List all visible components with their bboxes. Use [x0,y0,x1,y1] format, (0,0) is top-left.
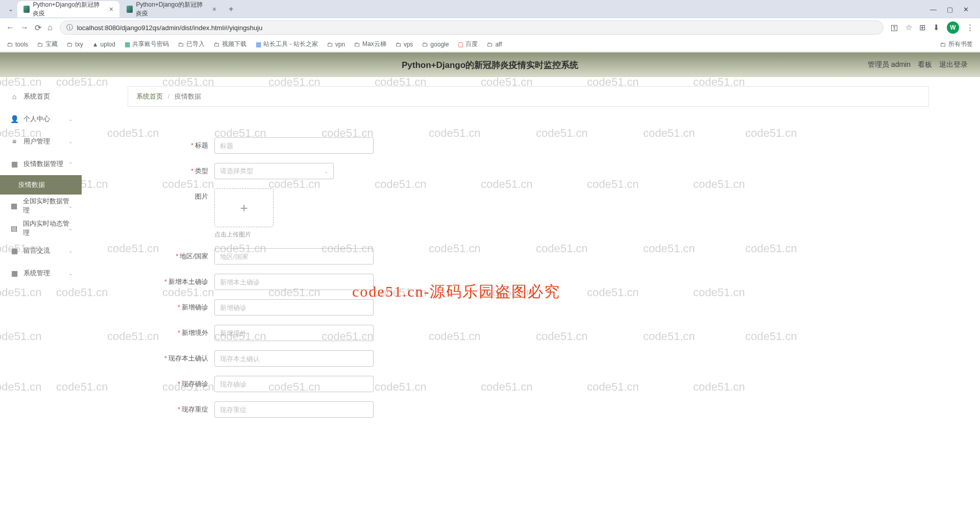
bookmark-item[interactable]: 🗀tools [7,41,28,48]
header-right: 管理员 admin 看板 退出登录 [868,60,968,69]
chevron-down-icon: ⌄ [68,248,72,254]
sidebar-item-epidemic-data[interactable]: ▦ 疫情数据管理 ⌃ [0,153,82,175]
grid-icon: ▦ [10,202,18,210]
sidebar-label: 系统首页 [23,92,50,101]
sidebar-item-system[interactable]: ▦ 系统管理 ⌄ [0,262,82,284]
input-title[interactable] [214,137,374,154]
grid-icon: ▦ [10,247,18,255]
url-text: localhost:8080/django912qs/admin/dist/in… [77,24,263,32]
sidebar-sub-epidemic-data[interactable]: 疫情数据 [0,175,82,195]
label-exist-confirm: *现存确诊 [153,376,214,392]
window-controls: — ▢ ✕ [930,6,976,13]
menu-icon[interactable]: ⋮ [966,23,974,32]
extensions-icon[interactable]: ⊞ [919,23,926,32]
sidebar-sub-label: 疫情数据 [18,180,45,189]
breadcrumb-home[interactable]: 系统首页 [136,92,163,100]
sidebar-item-national[interactable]: ▦ 全国实时数据管理 ⌄ [0,195,82,217]
label-exist-local: *现存本土确认 [153,350,214,367]
label-type: *类型 [153,163,214,179]
bookmark-item[interactable]: ▦共享账号密码 [125,40,169,49]
browser-tab-1[interactable]: Python+Django的新冠肺炎疫 × [120,1,223,17]
profile-avatar[interactable]: W [947,21,959,34]
new-tab-button[interactable]: + [224,5,238,14]
sidebar-item-home[interactable]: ⌂ 系统首页 [0,85,82,108]
chevron-down-icon: ⌄ [68,139,72,145]
input-exist-confirm[interactable] [214,376,374,392]
bookmark-item[interactable]: 🗀vps [396,41,413,48]
sidebar-label: 个人中心 [23,114,50,124]
breadcrumb-sep: / [168,92,170,100]
select-type[interactable]: 请选择类型 ⌄ [214,163,334,179]
kanban-link[interactable]: 看板 [918,60,932,69]
chevron-down-icon: ⌄ [68,226,72,231]
plus-icon: + [240,200,248,216]
input-region[interactable] [214,248,374,264]
forward-button[interactable]: → [20,23,29,33]
bookmark-item[interactable]: ▲uplod [92,41,115,48]
bookmark-item[interactable]: 🗀视频下载 [214,40,247,49]
addr-icons: ⚿ ☆ ⊞ ⬇ W ⋮ [891,21,974,34]
logout-link[interactable]: 退出登录 [939,60,968,69]
home-button[interactable]: ⌂ [47,23,53,33]
maximize-icon[interactable]: ▢ [947,6,953,13]
bookmark-item[interactable]: 🗀aff [487,41,502,48]
tab-bar: ⌄ Python+Django的新冠肺炎疫 × Python+Django的新冠… [0,0,980,18]
list-icon: ≡ [10,137,18,146]
epidemic-form: *标题 *类型 请选择类型 ⌄ 图片 + 点击上传图片 [128,137,929,418]
sidebar-item-domestic[interactable]: ▤ 国内实时动态管理 ⌄ [0,217,82,239]
sidebar-item-profile[interactable]: 👤 个人中心 ⌄ [0,108,82,130]
label-exist-severe: *现存重症 [153,401,214,418]
label-new-confirm: *新增确诊 [153,299,214,316]
sidebar-item-message[interactable]: ▦ 留言交流 ⌄ [0,239,82,262]
address-bar: ← → ⟳ ⌂ ⓘ localhost:8080/django912qs/adm… [0,18,980,37]
bookmark-bar: 🗀tools 🗀宝藏 🗀txy ▲uplod ▦共享账号密码 🗀已导入 🗀视频下… [0,37,980,52]
bookmark-item[interactable]: 🗀已导入 [178,40,205,49]
browser-tab-0[interactable]: Python+Django的新冠肺炎疫 × [17,1,119,17]
user-label[interactable]: 管理员 admin [868,60,911,69]
input-new-overseas[interactable] [214,325,374,341]
close-window-icon[interactable]: ✕ [963,6,969,13]
download-icon[interactable]: ⬇ [933,23,940,32]
input-new-local[interactable] [214,274,374,290]
bookmark-item[interactable]: 🗀宝藏 [37,40,58,49]
bookmark-item[interactable]: ▢百度 [458,40,478,49]
sidebar-label: 疫情数据管理 [23,159,63,169]
site-info-icon[interactable]: ⓘ [66,23,73,32]
all-bookmarks[interactable]: 🗀所有书签 [940,40,973,49]
input-exist-local[interactable] [214,350,374,367]
reload-button[interactable]: ⟳ [35,23,41,33]
key-icon[interactable]: ⚿ [891,23,898,32]
chevron-down-icon: ⌄ [324,169,328,174]
bookmark-item[interactable]: ▦站长工具 - 站长之家 [256,40,318,49]
sidebar-item-users[interactable]: ≡ 用户管理 ⌄ [0,130,82,153]
app-body: ⌂ 系统首页 👤 个人中心 ⌄ ≡ 用户管理 ⌄ ▦ 疫情数据管理 ⌃ 疫情数据… [0,77,980,529]
close-icon[interactable]: × [109,5,113,13]
chevron-down-icon: ⌄ [68,271,72,276]
chevron-down-icon: ⌄ [68,116,72,122]
sidebar-label: 国内实时动态管理 [23,219,71,237]
back-button[interactable]: ← [6,23,14,33]
close-icon[interactable]: × [212,5,216,13]
main-content: 系统首页 / 疫情数据 *标题 *类型 请选择类型 ⌄ 图片 + [82,77,980,529]
bookmark-item[interactable]: 🗀txy [67,41,83,48]
label-new-overseas: *新增境外 [153,325,214,341]
bookmark-star-icon[interactable]: ☆ [905,23,912,32]
minimize-icon[interactable]: — [930,6,937,13]
favicon-icon [23,6,30,13]
tab-dropdown[interactable]: ⌄ [4,6,17,13]
nav-arrows: ← → ⟳ ⌂ [6,23,53,33]
bookmark-item[interactable]: 🗀vpn [327,41,345,48]
sidebar-label: 系统管理 [23,269,50,278]
grid-icon: ▦ [10,160,18,168]
watermark-center: code51.cn-源码乐园盗图必究 [352,281,560,302]
input-exist-severe[interactable] [214,401,374,418]
bookmark-item[interactable]: 🗀Max云梯 [354,40,386,49]
label-title: *标题 [153,137,214,154]
url-input[interactable]: ⓘ localhost:8080/django912qs/admin/dist/… [60,20,884,35]
app-header: Python+Django的新冠肺炎疫情实时监控系统 管理员 admin 看板 … [0,53,980,77]
input-new-confirm[interactable] [214,299,374,316]
upload-image[interactable]: + [214,188,274,227]
bookmark-item[interactable]: 🗀google [422,41,449,48]
sidebar: ⌂ 系统首页 👤 个人中心 ⌄ ≡ 用户管理 ⌄ ▦ 疫情数据管理 ⌃ 疫情数据… [0,77,82,529]
label-image: 图片 [153,188,214,205]
